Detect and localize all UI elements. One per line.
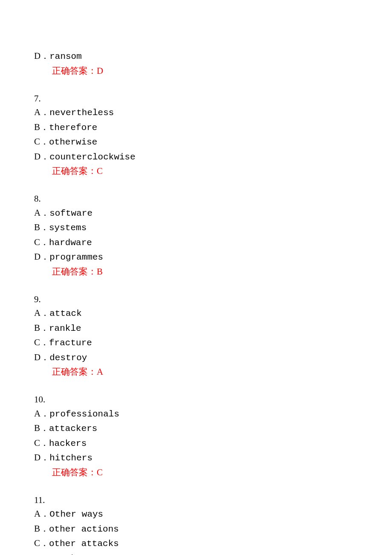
option-line: C．fracture bbox=[34, 335, 358, 350]
option-line: C．hardware bbox=[34, 235, 358, 250]
answer-value: C bbox=[97, 467, 103, 477]
option-dot: ． bbox=[40, 452, 49, 462]
option-line: D．another way bbox=[34, 551, 358, 555]
option-letter: A bbox=[34, 509, 40, 519]
option-dot: ． bbox=[40, 107, 49, 117]
option-text: rankle bbox=[49, 324, 81, 333]
question-block: 8.A．softwareB．systemsC．hardwareD．program… bbox=[34, 192, 358, 278]
option-letter: C bbox=[34, 337, 40, 347]
answer-line: 正确答案：D bbox=[34, 64, 358, 78]
answer-value: D bbox=[97, 66, 103, 76]
document-page: D．ransom 正确答案：D 7.A．neverthelessB．theref… bbox=[0, 0, 392, 555]
option-line: A．software bbox=[34, 206, 358, 221]
option-letter: A bbox=[34, 107, 40, 117]
option-dot: ． bbox=[40, 308, 49, 318]
option-letter: D bbox=[34, 251, 40, 262]
question-number: 10. bbox=[34, 393, 358, 407]
question-number: 7. bbox=[34, 92, 358, 106]
option-dot: ． bbox=[40, 51, 49, 61]
option-letter: D bbox=[34, 352, 40, 362]
option-line: B．other actions bbox=[34, 522, 358, 537]
option-dot: ． bbox=[40, 538, 49, 548]
option-text: hackers bbox=[49, 439, 86, 448]
question-block: 9.A．attackB．rankleC．fractureD．destroy正确答… bbox=[34, 292, 358, 379]
option-letter: A bbox=[34, 408, 40, 419]
option-text: other actions bbox=[49, 524, 119, 534]
answer-label: 正确答案： bbox=[52, 367, 97, 377]
option-text: another way bbox=[49, 554, 109, 555]
answer-label: 正确答案： bbox=[52, 66, 97, 76]
option-dot: ． bbox=[40, 337, 49, 347]
answer-value: C bbox=[97, 166, 103, 176]
questions-container: 7.A．neverthelessB．thereforeC．otherwiseD．… bbox=[34, 92, 358, 555]
option-letter: B bbox=[34, 523, 40, 534]
option-letter: D bbox=[34, 51, 40, 61]
option-dot: ． bbox=[40, 208, 49, 218]
option-letter: B bbox=[34, 323, 40, 333]
option-line: A．nevertheless bbox=[34, 105, 358, 120]
answer-value: A bbox=[97, 367, 103, 377]
option-dot: ． bbox=[40, 151, 49, 162]
option-letter: C bbox=[34, 438, 40, 448]
option-line: C．other attacks bbox=[34, 536, 358, 551]
option-text: professionals bbox=[49, 409, 119, 419]
option-text: systems bbox=[49, 223, 86, 233]
option-text: software bbox=[49, 208, 92, 218]
option-letter: C bbox=[34, 538, 40, 548]
option-text: nevertheless bbox=[49, 108, 114, 118]
option-line: A．professionals bbox=[34, 407, 358, 422]
option-line: B．therefore bbox=[34, 120, 358, 135]
option-text: other attacks bbox=[49, 539, 119, 549]
option-letter: D bbox=[34, 151, 40, 162]
question-number: 11. bbox=[34, 493, 358, 507]
option-text: fracture bbox=[49, 338, 92, 348]
option-line: B．attackers bbox=[34, 421, 358, 436]
option-text: programmes bbox=[49, 252, 103, 262]
question-block: 11.A．Other waysB．other actionsC．other at… bbox=[34, 493, 358, 555]
option-dot: ． bbox=[40, 352, 49, 362]
option-text: hardware bbox=[49, 238, 92, 248]
option-line: D．hitchers bbox=[34, 451, 358, 465]
option-letter: A bbox=[34, 308, 40, 318]
option-letter: B bbox=[34, 122, 40, 132]
option-text: otherwise bbox=[49, 137, 97, 147]
option-text: destroy bbox=[49, 353, 87, 363]
option-dot: ． bbox=[40, 509, 49, 519]
option-dot: ． bbox=[40, 438, 49, 448]
answer-value: B bbox=[97, 266, 103, 277]
option-line: B．systems bbox=[34, 220, 358, 235]
option-line: D．programmes bbox=[34, 250, 358, 265]
option-dot: ． bbox=[40, 222, 49, 232]
answer-label: 正确答案： bbox=[52, 266, 97, 277]
option-letter: A bbox=[34, 208, 40, 218]
option-dot: ． bbox=[40, 251, 49, 262]
option-line: D．ransom bbox=[34, 49, 358, 64]
option-dot: ． bbox=[40, 553, 49, 555]
option-dot: ． bbox=[40, 237, 49, 247]
option-text: counterclockwise bbox=[49, 152, 135, 162]
question-number: 9. bbox=[34, 292, 358, 306]
answer-label: 正确答案： bbox=[52, 467, 97, 477]
option-text: attack bbox=[49, 309, 82, 318]
option-text: ransom bbox=[49, 52, 82, 61]
option-line: D．destroy bbox=[34, 350, 358, 365]
answer-line: 正确答案：A bbox=[34, 365, 358, 379]
option-dot: ． bbox=[40, 122, 49, 132]
option-letter: D bbox=[34, 553, 40, 555]
option-letter: B bbox=[34, 222, 40, 232]
option-text: therefore bbox=[49, 123, 97, 133]
option-dot: ． bbox=[40, 136, 49, 147]
option-letter: D bbox=[34, 452, 40, 462]
option-line: A．attack bbox=[34, 306, 358, 321]
option-line: A．Other ways bbox=[34, 507, 358, 522]
question-block: 10.A．professionalsB．attackersC．hackersD．… bbox=[34, 393, 358, 479]
question-number: 8. bbox=[34, 192, 358, 206]
option-text: Other ways bbox=[49, 509, 103, 519]
option-dot: ． bbox=[40, 523, 49, 534]
answer-line: 正确答案：B bbox=[34, 265, 358, 279]
option-letter: C bbox=[34, 136, 40, 147]
option-line: B．rankle bbox=[34, 321, 358, 336]
option-text: hitchers bbox=[49, 453, 92, 463]
option-line: D．counterclockwise bbox=[34, 150, 358, 165]
option-line: C．hackers bbox=[34, 436, 358, 451]
